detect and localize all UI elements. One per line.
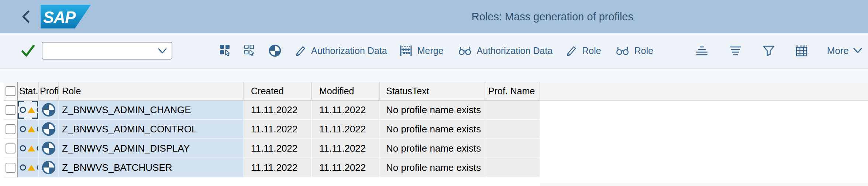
command-input[interactable] bbox=[42, 43, 149, 58]
status-text-cell[interactable]: No profile name exists bbox=[380, 101, 485, 120]
role-cell[interactable]: Z_BNWVS_ADMIN_DISPLAY bbox=[59, 139, 244, 158]
confirm-check-icon bbox=[21, 44, 35, 57]
generate-profile-icon bbox=[269, 44, 281, 57]
status-text-cell[interactable]: No profile name exists bbox=[380, 139, 485, 158]
toolbar-right-group: More bbox=[675, 45, 862, 57]
role-cell[interactable]: Z_BNWVS_ADMIN_CONTROL bbox=[59, 120, 244, 139]
back-chevron-icon bbox=[19, 9, 32, 25]
filter-icon bbox=[762, 45, 775, 57]
profile-harvey-ball-icon bbox=[42, 103, 56, 117]
display-role-button[interactable]: Role bbox=[616, 45, 653, 56]
column-header-created[interactable]: Created bbox=[244, 82, 312, 101]
toolbar-table-gap bbox=[0, 70, 868, 82]
prof-name-cell[interactable] bbox=[485, 158, 540, 177]
roles-table: Stat.. Profile Role Created Modified Sta… bbox=[0, 82, 868, 177]
filter-button[interactable] bbox=[762, 45, 775, 57]
created-cell[interactable]: 11.11.2022 bbox=[244, 120, 312, 139]
select-all-header-cell bbox=[4, 82, 18, 101]
command-combobox[interactable] bbox=[42, 42, 172, 60]
more-button[interactable]: More bbox=[827, 45, 862, 57]
status-warning-triangle-icon bbox=[27, 126, 35, 133]
profile-harvey-ball-icon bbox=[42, 141, 56, 155]
profile-cell[interactable] bbox=[39, 158, 59, 177]
generate-button[interactable] bbox=[269, 44, 281, 57]
status-warning-triangle-icon bbox=[27, 145, 35, 152]
display-authorization-data-button[interactable]: Authorization Data bbox=[458, 45, 553, 56]
table-settings-button[interactable] bbox=[795, 45, 808, 57]
status-cell[interactable] bbox=[18, 158, 39, 177]
edit-authorization-data-button[interactable]: Authorization Data bbox=[295, 45, 387, 57]
table-grid-icon bbox=[795, 45, 808, 57]
sort-descending-icon bbox=[729, 45, 742, 57]
select-all-icon bbox=[220, 44, 232, 57]
merge-abacus-icon bbox=[400, 45, 412, 57]
select-all-button[interactable] bbox=[220, 44, 232, 57]
focus-bracket bbox=[32, 101, 38, 106]
modified-cell[interactable]: 11.11.2022 bbox=[312, 120, 380, 139]
focus-bracket bbox=[18, 113, 24, 119]
status-warning-triangle-icon bbox=[27, 164, 35, 171]
prof-name-cell[interactable] bbox=[485, 139, 540, 158]
sort-ascending-icon bbox=[695, 45, 709, 57]
status-inactive-circle-icon bbox=[36, 145, 39, 152]
edit-role-button[interactable]: Role bbox=[566, 45, 601, 57]
row-checkbox[interactable] bbox=[6, 124, 16, 134]
select-all-checkbox[interactable] bbox=[6, 86, 16, 96]
row-checkbox[interactable] bbox=[6, 105, 16, 115]
header-filler bbox=[540, 82, 868, 101]
row-select-cell bbox=[4, 101, 18, 120]
status-warning-triangle-icon bbox=[27, 106, 35, 114]
prof-name-cell[interactable] bbox=[485, 120, 540, 139]
table-row: Z_BNWVS_ADMIN_CHANGE 11.11.2022 11.11.20… bbox=[0, 101, 540, 120]
merge-button[interactable]: Merge bbox=[400, 45, 444, 57]
glasses-icon bbox=[458, 45, 472, 56]
header-bar: SAP Roles: Mass generation of profiles bbox=[0, 0, 868, 33]
table-right-fill bbox=[540, 183, 868, 186]
chevron-down-icon[interactable] bbox=[158, 48, 167, 54]
glasses-icon bbox=[616, 45, 629, 56]
sort-descending-button[interactable] bbox=[729, 45, 742, 57]
modified-cell[interactable]: 11.11.2022 bbox=[312, 158, 380, 177]
status-cell-focused[interactable] bbox=[18, 101, 39, 120]
status-cell[interactable] bbox=[18, 120, 39, 139]
prof-name-cell[interactable] bbox=[485, 101, 540, 120]
status-inactive-circle-icon bbox=[36, 164, 39, 171]
profile-cell[interactable] bbox=[39, 120, 59, 139]
role-cell[interactable]: Z_BNWVS_BATCHUSER bbox=[59, 158, 244, 177]
status-text-cell[interactable]: No profile name exists bbox=[380, 120, 485, 139]
column-header-statustext[interactable]: StatusText bbox=[380, 82, 485, 101]
more-chevron-icon bbox=[853, 48, 862, 54]
edit-role-label: Role bbox=[582, 45, 601, 56]
sap-roles-mass-generation-window: SAP Roles: Mass generation of profiles bbox=[0, 0, 868, 186]
focus-bracket bbox=[18, 101, 24, 106]
modified-cell[interactable]: 11.11.2022 bbox=[312, 139, 380, 158]
row-checkbox[interactable] bbox=[6, 163, 16, 173]
column-header-modified[interactable]: Modified bbox=[312, 82, 380, 101]
created-cell[interactable]: 11.11.2022 bbox=[244, 139, 312, 158]
row-select-cell bbox=[4, 158, 18, 177]
status-text-cell[interactable]: No profile name exists bbox=[380, 158, 485, 177]
created-cell[interactable]: 11.11.2022 bbox=[244, 101, 312, 120]
back-button[interactable] bbox=[19, 9, 32, 25]
column-header-profile[interactable]: Profile bbox=[39, 82, 59, 101]
page-title: Roles: Mass generation of profiles bbox=[472, 11, 633, 23]
status-inactive-circle-icon bbox=[36, 125, 39, 133]
sort-ascending-button[interactable] bbox=[695, 45, 709, 57]
column-header-stat[interactable]: Stat.. bbox=[18, 82, 39, 101]
table-row: Z_BNWVS_ADMIN_CONTROL 11.11.2022 11.11.2… bbox=[0, 120, 540, 139]
column-header-prof-name[interactable]: Prof. Name bbox=[485, 82, 540, 101]
confirm-button[interactable] bbox=[21, 44, 35, 57]
row-select-cell bbox=[4, 139, 18, 158]
modified-cell[interactable]: 11.11.2022 bbox=[312, 101, 380, 120]
profile-cell[interactable] bbox=[39, 139, 59, 158]
profile-cell[interactable] bbox=[39, 101, 59, 120]
role-cell[interactable]: Z_BNWVS_ADMIN_CHANGE bbox=[59, 101, 244, 120]
row-checkbox[interactable] bbox=[6, 143, 16, 153]
status-cell[interactable] bbox=[18, 139, 39, 158]
display-role-label: Role bbox=[634, 45, 653, 56]
created-cell[interactable]: 11.11.2022 bbox=[244, 158, 312, 177]
deselect-all-button[interactable] bbox=[244, 44, 256, 57]
profile-harvey-ball-icon bbox=[42, 160, 56, 175]
more-label: More bbox=[827, 45, 849, 57]
column-header-role[interactable]: Role bbox=[59, 82, 244, 101]
